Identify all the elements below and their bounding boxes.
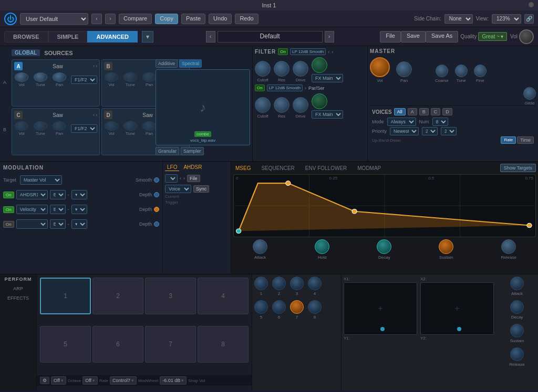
- sampler-btn[interactable]: Sampler: [181, 147, 204, 155]
- save-as-button[interactable]: Save As: [426, 31, 458, 43]
- voices-num-dropdown[interactable]: 8: [432, 118, 448, 126]
- source-a-vol-knob[interactable]: Vol: [14, 72, 29, 87]
- file-button[interactable]: File: [380, 31, 401, 43]
- pad-2[interactable]: 2: [92, 278, 143, 314]
- filter-fx2-knob[interactable]: [312, 93, 327, 109]
- source-a-next[interactable]: ›: [96, 63, 97, 69]
- pad-3[interactable]: 3: [145, 278, 196, 314]
- mod-note-1-dropdown[interactable]: E: [50, 190, 66, 199]
- voice-b-btn[interactable]: B: [419, 108, 429, 115]
- master-vol-knob[interactable]: [370, 57, 390, 77]
- pad-6[interactable]: 6: [92, 326, 143, 363]
- source-c-range[interactable]: F1/F2: [71, 124, 97, 133]
- lfo-next[interactable]: ›: [183, 176, 185, 181]
- filter-type-2[interactable]: LP 12dB Smooth: [267, 84, 303, 91]
- mod-depth-1-knob[interactable]: [154, 192, 159, 197]
- voice-d-btn[interactable]: D: [442, 108, 452, 115]
- time-btn[interactable]: Time: [517, 136, 534, 144]
- sustain-knob[interactable]: [439, 239, 453, 254]
- master-coarse-knob[interactable]: [436, 65, 448, 77]
- filter-drive1-knob[interactable]: [293, 61, 308, 77]
- quality-badge[interactable]: Great ~ ▾: [478, 32, 507, 41]
- voice-c-btn[interactable]: C: [431, 108, 441, 115]
- filter-fx2-dropdown[interactable]: FX Main: [312, 110, 343, 119]
- mod-knob-1[interactable]: [254, 277, 268, 290]
- filter-prev[interactable]: ‹: [328, 49, 329, 55]
- tab-advanced[interactable]: ADVANCED: [87, 31, 138, 43]
- redo-button[interactable]: Redo: [235, 14, 258, 24]
- mod-knob-2[interactable]: [272, 277, 286, 290]
- mod-src-1-dropdown[interactable]: AHDSR1: [16, 190, 48, 199]
- mod-note-3-dropdown[interactable]: E: [50, 219, 66, 229]
- source-c-prev[interactable]: ‹: [93, 112, 95, 118]
- nav-forward-button[interactable]: ›: [105, 14, 116, 24]
- filter-fx1-knob[interactable]: [312, 57, 327, 73]
- source-d-pan-knob[interactable]: Pan: [142, 121, 157, 136]
- vol-knob[interactable]: [519, 29, 534, 44]
- effects-tab[interactable]: EFFECTS: [0, 293, 36, 303]
- paste-button[interactable]: Paste: [181, 14, 205, 24]
- glide-knob[interactable]: [523, 87, 536, 100]
- voice-a-btn[interactable]: A: [408, 108, 417, 115]
- power-button[interactable]: ⏻: [4, 13, 17, 25]
- pad-1[interactable]: 1: [40, 278, 91, 314]
- ahdsr-tab[interactable]: AHDSR: [181, 164, 204, 171]
- source-b-tune-knob[interactable]: Tune: [123, 72, 138, 87]
- lfo-sync-btn[interactable]: Sync: [193, 185, 209, 193]
- perf-attack-knob[interactable]: [510, 277, 524, 290]
- source-a-tune-knob[interactable]: Tune: [33, 72, 48, 87]
- mod-knob-8[interactable]: [308, 300, 322, 314]
- pad-4[interactable]: 4: [198, 278, 249, 314]
- rate-control[interactable]: Off ▾: [82, 376, 98, 385]
- mod-src-3-dropdown[interactable]: [16, 219, 48, 229]
- source-b-pan-knob[interactable]: Pan: [142, 72, 157, 87]
- save-button[interactable]: Save: [401, 31, 426, 43]
- pad-8[interactable]: 8: [198, 326, 249, 363]
- mod-dash-1-dropdown[interactable]: ▾: [71, 190, 87, 199]
- filter-on-btn-1[interactable]: On: [278, 48, 288, 55]
- view-dropdown[interactable]: 123%: [492, 14, 521, 24]
- pad-5[interactable]: 5: [40, 326, 91, 363]
- filter-res2-knob[interactable]: [274, 97, 289, 113]
- xy-pad-2[interactable]: +: [420, 282, 494, 335]
- source-d-tune-knob[interactable]: Tune: [123, 121, 138, 136]
- octave-control[interactable]: Off ▾: [51, 376, 66, 385]
- source-a-prev[interactable]: ‹: [93, 63, 95, 69]
- mod-depth-3-knob[interactable]: [154, 221, 159, 227]
- mod-note-2-dropdown[interactable]: E: [50, 205, 66, 214]
- source-c-vol-knob[interactable]: Vol: [14, 121, 29, 136]
- filter-type-1[interactable]: LP 12dB Smooth: [290, 48, 326, 55]
- tab-simple[interactable]: SIMPLE: [48, 31, 88, 43]
- smooth-knob[interactable]: [154, 177, 159, 183]
- env-tab-mseg[interactable]: MSEG: [233, 165, 253, 172]
- source-a-range[interactable]: F1/F2: [71, 76, 97, 84]
- modwheel-control[interactable]: Control7 ▾: [110, 376, 137, 385]
- nav-back-button[interactable]: ‹: [91, 14, 102, 24]
- mod-on-btn-3[interactable]: On: [3, 221, 14, 228]
- perf-sustain-knob[interactable]: [510, 324, 524, 337]
- lfo-tab[interactable]: LFO: [165, 164, 179, 171]
- close-button[interactable]: [529, 2, 534, 7]
- gear-button[interactable]: ⚙: [40, 377, 49, 384]
- spectral-btn[interactable]: Spectral: [179, 59, 202, 68]
- source-c-pan-knob[interactable]: Pan: [52, 121, 67, 136]
- mod-target-dropdown[interactable]: Master Vol: [20, 175, 62, 185]
- filter-fx1-dropdown[interactable]: FX Main: [312, 74, 343, 82]
- source-c-tune-knob[interactable]: Tune: [33, 121, 48, 136]
- master-fine-knob[interactable]: [474, 65, 487, 77]
- filter-res1-knob[interactable]: [274, 61, 289, 77]
- mod-depth-2-knob[interactable]: [154, 207, 159, 212]
- show-targets-button[interactable]: Show Targets: [500, 164, 536, 172]
- voices-num3-dropdown[interactable]: 2: [441, 127, 457, 135]
- release-knob[interactable]: [501, 239, 516, 254]
- preset-dropdown[interactable]: User Default: [20, 13, 88, 25]
- additive-btn[interactable]: Additive: [156, 59, 178, 68]
- preset-next-button[interactable]: ›: [325, 31, 334, 43]
- source-a-pan-knob[interactable]: Pan: [52, 72, 67, 87]
- voices-priority-dropdown[interactable]: Newest: [390, 127, 419, 135]
- filter-next[interactable]: ›: [332, 49, 333, 55]
- attack-knob[interactable]: [253, 239, 267, 254]
- source-c-next[interactable]: ›: [96, 112, 97, 118]
- copy-button[interactable]: Copy: [155, 14, 178, 24]
- voices-mode-dropdown[interactable]: Always: [387, 118, 416, 126]
